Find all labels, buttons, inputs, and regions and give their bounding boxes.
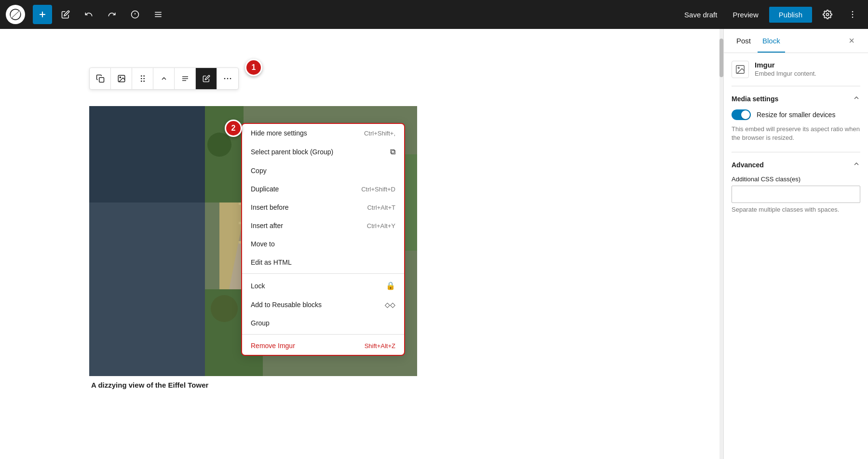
wp-logo[interactable] [6, 5, 25, 24]
top-toolbar: Save draft Preview Publish [0, 0, 868, 29]
tab-post[interactable]: Post [732, 29, 756, 53]
menu-divider-1 [242, 273, 404, 274]
block-toolbar [89, 68, 239, 90]
menu-item-group[interactable]: Group [242, 314, 404, 332]
editor-scrollbar[interactable] [719, 29, 723, 459]
svg-point-38 [207, 133, 231, 157]
svg-point-20 [143, 81, 145, 82]
menu-item-hide-settings[interactable]: Hide more settings Ctrl+Shift+, [242, 124, 404, 142]
menu-item-duplicate[interactable]: Duplicate Ctrl+Shift+D [242, 180, 404, 198]
close-sidebar-button[interactable]: × [843, 32, 860, 50]
toggle-knob [741, 110, 750, 119]
menu-item-move-to[interactable]: Move to [242, 235, 404, 253]
svg-point-14 [120, 77, 121, 78]
imgur-icon [732, 61, 749, 78]
svg-point-17 [140, 78, 142, 80]
editor-area[interactable]: 1 2 Hide more settings Ctrl+Shift+, Sele… [0, 29, 719, 459]
move-block-button[interactable] [153, 68, 175, 89]
menu-label: Hide more settings [251, 129, 307, 137]
menu-item-copy[interactable]: Copy [242, 162, 404, 180]
menu-item-remove[interactable]: Remove Imgur Shift+Alt+Z [242, 337, 404, 355]
info-button[interactable] [125, 5, 145, 24]
sidebar-content: Imgur Embed Imgur content. Media setting… [724, 53, 868, 459]
main-layout: 1 2 Hide more settings Ctrl+Shift+, Sele… [0, 29, 868, 459]
menu-shortcut: Ctrl+Shift+, [364, 130, 395, 137]
svg-point-26 [230, 78, 231, 80]
more-block-options-button[interactable] [217, 68, 238, 89]
svg-point-15 [140, 75, 142, 77]
reusable-icon: ◇◇ [385, 301, 395, 309]
save-draft-button[interactable]: Save draft [679, 8, 722, 22]
svg-point-46 [738, 67, 739, 68]
edit-block-button[interactable] [196, 68, 217, 89]
redo-button[interactable] [102, 5, 122, 24]
menu-label: Insert after [251, 222, 283, 230]
svg-point-11 [852, 17, 854, 18]
menu-label: Move to [251, 240, 275, 248]
svg-point-25 [227, 78, 229, 80]
resize-toggle-label: Resize for smaller devices [757, 111, 835, 119]
block-details: Imgur Embed Imgur content. [755, 61, 816, 77]
advanced-header: Advanced [732, 160, 860, 170]
step-2-bubble: 2 [225, 120, 242, 137]
toolbar-right: Save draft Preview Publish [679, 5, 862, 24]
resize-toggle-desc: This embed will preserve its aspect rati… [732, 125, 860, 142]
svg-point-19 [140, 81, 142, 82]
menu-item-edit-html[interactable]: Edit as HTML [242, 253, 404, 271]
add-block-button[interactable] [33, 5, 52, 24]
svg-point-18 [143, 78, 145, 80]
menu-label: Copy [251, 167, 267, 175]
menu-item-reusable[interactable]: Add to Reusable blocks ◇◇ [242, 296, 404, 314]
settings-button[interactable] [818, 5, 837, 24]
step-1-bubble: 1 [245, 59, 262, 76]
svg-rect-12 [99, 78, 104, 82]
copy-icon: ⧉ [390, 148, 395, 156]
image-block-button[interactable] [111, 68, 132, 89]
menu-item-select-parent[interactable]: Select parent block (Group) ⧉ [242, 142, 404, 162]
menu-shortcut: Ctrl+Alt+Y [367, 222, 395, 230]
menu-label: Remove Imgur [251, 342, 295, 350]
block-info: Imgur Embed Imgur content. [732, 61, 860, 86]
menu-label: Insert before [251, 203, 289, 211]
image-caption: A dizzying view of the Eiffel Tower [89, 381, 417, 389]
menu-label: Select parent block (Group) [251, 148, 333, 156]
duplicate-block-button[interactable] [90, 68, 111, 89]
menu-shortcut: Ctrl+Alt+T [367, 204, 395, 211]
menu-label: Add to Reusable blocks [251, 301, 322, 309]
advanced-title: Advanced [732, 161, 764, 169]
menu-shortcut: Ctrl+Shift+D [361, 186, 395, 193]
menu-label: Edit as HTML [251, 258, 292, 266]
svg-point-10 [852, 14, 854, 15]
list-view-button[interactable] [149, 5, 168, 24]
media-settings-header: Media settings [732, 94, 860, 104]
resize-toggle[interactable] [732, 109, 751, 120]
drag-handle[interactable] [132, 68, 153, 89]
more-options-button[interactable] [843, 5, 862, 24]
menu-label: Lock [251, 282, 265, 290]
svg-point-9 [852, 11, 854, 13]
svg-point-16 [143, 75, 145, 77]
svg-point-24 [224, 78, 226, 80]
preview-button[interactable]: Preview [728, 8, 763, 22]
edit-tool-button[interactable] [56, 5, 75, 24]
menu-item-lock[interactable]: Lock 🔒 [242, 276, 404, 296]
menu-label: Duplicate [251, 185, 279, 193]
menu-shortcut: Shift+Alt+Z [365, 342, 395, 350]
tab-block[interactable]: Block [758, 29, 785, 53]
media-settings-title: Media settings [732, 95, 778, 103]
media-settings-toggle[interactable] [853, 94, 860, 104]
sidebar-tabs: Post Block × [724, 29, 868, 53]
menu-item-insert-after[interactable]: Insert after Ctrl+Alt+Y [242, 216, 404, 235]
menu-item-insert-before[interactable]: Insert before Ctrl+Alt+T [242, 198, 404, 216]
publish-button[interactable]: Publish [769, 7, 812, 23]
advanced-toggle[interactable] [853, 160, 860, 170]
undo-button[interactable] [79, 5, 98, 24]
svg-point-8 [827, 14, 829, 16]
align-button[interactable] [175, 68, 196, 89]
resize-toggle-row: Resize for smaller devices [732, 109, 860, 120]
sidebar: Post Block × Imgur Embed Imgur content. [723, 29, 868, 459]
context-menu: Hide more settings Ctrl+Shift+, Select p… [241, 123, 405, 356]
separator [732, 152, 860, 152]
css-class-input[interactable] [732, 186, 860, 203]
scrollbar-thumb[interactable] [719, 39, 723, 77]
